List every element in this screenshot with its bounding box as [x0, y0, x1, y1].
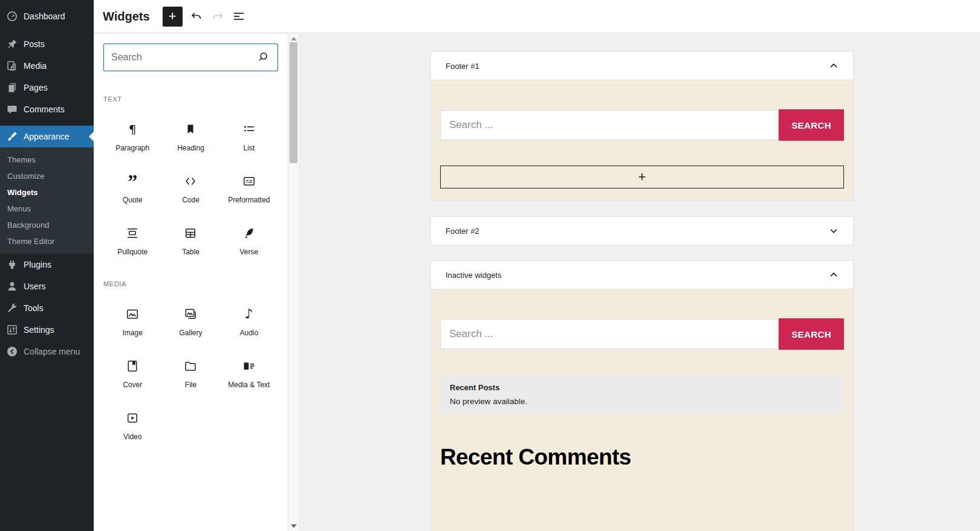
widget-area-footer-1: Footer #1 SEARCH + — [430, 51, 854, 201]
search-widget: SEARCH — [440, 319, 844, 350]
chevron-up-icon — [826, 268, 841, 282]
block-type-quote[interactable]: ” Quote — [103, 173, 161, 204]
sidebar-item-label: Media — [24, 61, 47, 71]
sidebar-item-dashboard[interactable]: Dashboard — [0, 5, 94, 27]
widget-search-input[interactable] — [440, 319, 779, 349]
undo-button[interactable] — [189, 9, 204, 24]
inactive-widgets-header[interactable]: Inactive widgets — [431, 261, 853, 289]
cover-icon — [125, 358, 140, 374]
block-type-cover[interactable]: Cover — [103, 358, 161, 389]
submenu-item-widgets[interactable]: Widgets — [0, 184, 94, 201]
inserter-section-title-media: MEDIA — [103, 280, 278, 288]
block-type-video[interactable]: Video — [103, 410, 161, 441]
code-icon — [183, 173, 198, 189]
wrench-icon — [6, 302, 18, 314]
media-icon — [6, 60, 18, 72]
footer-1-body: SEARCH + — [431, 80, 853, 201]
block-type-list[interactable]: List — [220, 121, 278, 152]
sidebar-item-appearance[interactable]: Appearance — [0, 126, 94, 147]
sidebar-item-label: Posts — [24, 39, 45, 50]
redo-button[interactable] — [210, 9, 225, 24]
sidebar-item-comments[interactable]: Comments — [0, 98, 94, 120]
inactive-widgets-body: SEARCH Recent Posts No preview available… — [431, 289, 853, 531]
block-inserter-panel: TEXT ¶ Paragraph Heading List ” Quote Co… — [94, 34, 288, 531]
submenu-item-customize[interactable]: Customize — [0, 168, 94, 184]
sidebar-item-label: Users — [24, 282, 46, 292]
sidebar-item-plugins[interactable]: Plugins — [0, 254, 94, 275]
sidebar-item-label: Collapse menu — [24, 347, 80, 357]
panel-title: Inactive widgets — [446, 271, 502, 280]
quote-icon: ” — [128, 173, 137, 189]
collapse-arrow-icon — [6, 346, 18, 358]
sidebar-item-label: Settings — [24, 325, 54, 335]
user-icon — [6, 280, 18, 292]
panel-title: Footer #2 — [446, 227, 479, 236]
sidebar-item-collapse-menu[interactable]: Collapse menu — [0, 341, 94, 362]
list-icon — [242, 121, 256, 137]
gallery-icon — [183, 306, 198, 322]
widget-search-input[interactable] — [440, 110, 779, 140]
recent-posts-title: Recent Posts — [450, 383, 834, 392]
widget-search-button[interactable]: SEARCH — [779, 318, 844, 350]
block-type-heading[interactable]: Heading — [161, 121, 219, 152]
sidebar-item-tools[interactable]: Tools — [0, 297, 94, 319]
submenu-item-background[interactable]: Background — [0, 217, 94, 233]
pushpin-icon — [6, 38, 18, 50]
folder-icon — [183, 358, 198, 374]
widget-area-inactive: Inactive widgets SEARCH Recent Posts No … — [430, 260, 854, 531]
inserter-section-title-text: TEXT — [103, 95, 278, 103]
block-type-pullquote[interactable]: Pullquote — [103, 225, 161, 256]
submenu-item-theme-editor[interactable]: Theme Editor — [0, 233, 94, 249]
submenu-item-menus[interactable]: Menus — [0, 201, 94, 217]
preformatted-icon — [242, 173, 256, 189]
block-type-verse[interactable]: Verse — [220, 225, 278, 256]
sliders-icon — [6, 324, 18, 336]
block-type-file[interactable]: File — [161, 358, 219, 389]
widget-search-button[interactable]: SEARCH — [779, 109, 844, 141]
dashboard-icon — [6, 10, 18, 22]
list-view-button[interactable] — [232, 9, 246, 24]
block-type-preformatted[interactable]: Preformatted — [220, 173, 278, 204]
sidebar-item-pages[interactable]: Pages — [0, 77, 94, 98]
sidebar-item-media[interactable]: Media — [0, 55, 94, 77]
scrollbar-thumb[interactable] — [290, 42, 297, 163]
sidebar-item-users[interactable]: Users — [0, 275, 94, 297]
chevron-down-icon — [826, 224, 841, 238]
heading-icon — [183, 121, 198, 137]
block-appender-button[interactable]: + — [440, 166, 844, 188]
footer-1-header[interactable]: Footer #1 — [431, 52, 853, 80]
text-block-grid: ¶ Paragraph Heading List ” Quote Code — [103, 121, 278, 256]
plugin-icon — [6, 259, 18, 271]
sidebar-item-settings[interactable]: Settings — [0, 319, 94, 341]
scroll-down-icon[interactable] — [291, 524, 297, 528]
redo-icon — [210, 9, 225, 24]
block-type-image[interactable]: Image — [103, 306, 161, 337]
admin-sidebar: Dashboard Posts Media Pages Comments App… — [0, 0, 94, 531]
sidebar-item-label: Tools — [24, 303, 44, 314]
scroll-up-icon[interactable] — [291, 37, 297, 40]
block-type-paragraph[interactable]: ¶ Paragraph — [103, 121, 161, 152]
sidebar-item-label: Dashboard — [24, 11, 65, 22]
search-icon — [256, 50, 270, 65]
sidebar-item-label: Pages — [24, 83, 48, 93]
block-type-code[interactable]: Code — [161, 173, 219, 204]
inserter-scrollbar[interactable] — [288, 34, 299, 531]
block-search-input[interactable] — [111, 52, 256, 63]
block-type-media-text[interactable]: Media & Text — [220, 358, 278, 389]
submenu-item-themes[interactable]: Themes — [0, 152, 94, 168]
widget-areas-canvas: Footer #1 SEARCH + Footer #2 — [300, 34, 980, 531]
media-block-grid: Image Gallery ♪ Audio Cover File — [103, 306, 278, 441]
recent-posts-widget-preview[interactable]: Recent Posts No preview available. — [440, 376, 844, 414]
add-block-button[interactable]: + — [163, 7, 183, 27]
block-type-audio[interactable]: ♪ Audio — [220, 306, 278, 337]
audio-note-icon: ♪ — [245, 306, 253, 322]
footer-2-header[interactable]: Footer #2 — [431, 217, 853, 245]
block-type-gallery[interactable]: Gallery — [161, 306, 219, 337]
recent-posts-message: No preview available. — [450, 397, 834, 406]
sidebar-item-label: Plugins — [24, 260, 51, 270]
sidebar-item-posts[interactable]: Posts — [0, 33, 94, 55]
recent-comments-heading[interactable]: Recent Comments — [440, 445, 844, 470]
block-type-table[interactable]: Table — [161, 225, 219, 256]
list-view-icon — [232, 9, 246, 24]
sidebar-item-label: Comments — [24, 105, 65, 115]
